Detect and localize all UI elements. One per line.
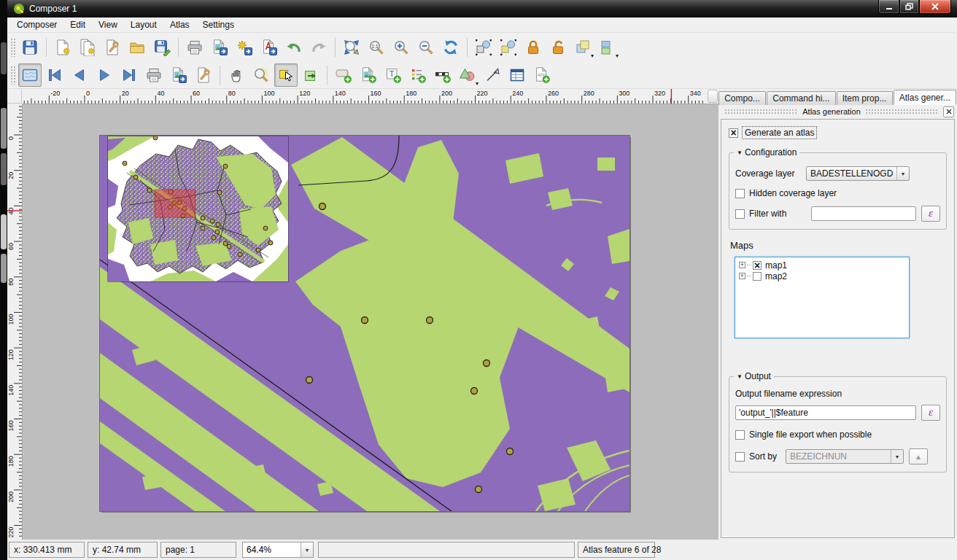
toolbar-drag-handle[interactable]: [10, 38, 15, 57]
last-feature-button[interactable]: [117, 63, 141, 87]
add-html-frame-button[interactable]: [530, 63, 554, 87]
first-feature-button[interactable]: [43, 63, 66, 87]
export-as-svg-button[interactable]: [233, 36, 256, 59]
zoom-out-icon: [417, 39, 435, 56]
redo-button[interactable]: [307, 36, 330, 59]
export-as-pdf-button[interactable]: [257, 36, 281, 59]
output-group-title[interactable]: ▼Output: [734, 371, 774, 381]
filter-with-checkbox[interactable]: [735, 209, 745, 219]
printer-icon: [186, 39, 204, 56]
close-button[interactable]: [919, 0, 951, 14]
toolbar-drag-handle[interactable]: [10, 66, 15, 85]
zoom-tool-button[interactable]: [249, 63, 273, 87]
load-from-template-button[interactable]: [125, 36, 149, 59]
align-items-button[interactable]: ▾: [596, 36, 619, 59]
menu-view[interactable]: View: [92, 18, 124, 31]
configuration-group: ▼Configuration Coverage layer BADESTELLE…: [729, 152, 947, 230]
add-image-icon: [360, 66, 377, 84]
add-image-button[interactable]: [357, 63, 380, 87]
atlas-settings-button[interactable]: [192, 63, 215, 87]
titlebar[interactable]: Composer 1: [7, 0, 957, 18]
overview-map-item[interactable]: [108, 136, 288, 281]
select-all-items-button[interactable]: [472, 36, 495, 59]
previous-feature-button[interactable]: [68, 63, 91, 87]
menu-layout[interactable]: Layout: [124, 18, 163, 31]
refresh-view-button[interactable]: [439, 36, 462, 59]
pan-button[interactable]: [225, 63, 248, 87]
deselect-all-items-button[interactable]: [497, 36, 520, 59]
sort-column-select[interactable]: BEZEICHNUN ▼: [786, 449, 904, 464]
add-new-legend-button[interactable]: [406, 63, 430, 87]
add-arrow-button[interactable]: [481, 63, 504, 87]
save-as-template-button[interactable]: [150, 36, 174, 59]
atlas-generation-panel: × Generate an atlas ▼Configuration Cover…: [721, 119, 955, 538]
svg-text:0: 0: [7, 136, 15, 140]
menu-atlas[interactable]: Atlas: [163, 18, 196, 31]
filename-expression-button[interactable]: ε: [921, 405, 940, 421]
undo-button[interactable]: [282, 36, 306, 59]
restore-button[interactable]: [899, 0, 919, 14]
export-atlas-as-image-button[interactable]: [167, 63, 190, 87]
composer-canvas[interactable]: [22, 104, 718, 540]
close-icon: [946, 109, 952, 114]
cursor-x-readout: x: 330.413 mm: [9, 542, 85, 558]
maps-list-item-map2[interactable]: +map2: [737, 271, 907, 281]
dock-header[interactable]: Atlas generation: [720, 105, 956, 118]
map2-checkbox[interactable]: [753, 272, 762, 281]
hand-icon: [228, 66, 245, 84]
add-new-scalebar-button[interactable]: [431, 63, 454, 87]
zoom-full-button[interactable]: [340, 36, 363, 59]
expand-icon[interactable]: +: [739, 262, 745, 268]
tab-compo[interactable]: Compo...: [718, 91, 766, 105]
maps-list[interactable]: +×map1+map2: [735, 257, 910, 338]
duplicate-composer-button[interactable]: [76, 36, 99, 59]
close-panel-button[interactable]: [943, 106, 954, 117]
toolbar-separator: [467, 38, 468, 57]
ruler-corner-button[interactable]: [708, 90, 718, 103]
add-basic-shape-button[interactable]: ▾: [456, 63, 479, 87]
sort-direction-button[interactable]: ▲: [909, 448, 928, 464]
new-composer-button[interactable]: [51, 36, 74, 59]
zoom-out-button[interactable]: [414, 36, 438, 59]
preview-atlas-button[interactable]: [18, 63, 42, 87]
single-file-checkbox[interactable]: [735, 430, 745, 440]
select-move-item-button[interactable]: [274, 63, 298, 87]
next-feature-button[interactable]: [93, 63, 116, 87]
print-button[interactable]: [183, 36, 206, 59]
zoom-actual-size-button[interactable]: [365, 36, 388, 59]
filter-expression-input[interactable]: [811, 206, 916, 221]
move-item-content-button[interactable]: [299, 63, 322, 87]
print-atlas-button[interactable]: [142, 63, 166, 87]
coverage-layer-select[interactable]: BADESTELLENOGD ▼: [806, 166, 910, 181]
menu-composer[interactable]: Composer: [10, 18, 63, 31]
svg-text:220: 220: [7, 527, 15, 538]
add-attribute-table-button[interactable]: [505, 63, 529, 87]
menu-settings[interactable]: Settings: [196, 18, 241, 31]
hidden-coverage-checkbox[interactable]: [735, 189, 745, 198]
lock-selected-items-button[interactable]: [522, 36, 545, 59]
composer-manager-button[interactable]: [101, 36, 124, 59]
generate-atlas-checkbox[interactable]: ×: [729, 128, 738, 138]
filter-expression-button[interactable]: ε: [921, 206, 940, 222]
tab-command-hi[interactable]: Command hi...: [767, 91, 835, 105]
output-group: ▼Output Output filename expression ε Sin…: [729, 376, 947, 472]
zoom-level-select[interactable]: 64.4% ▼: [242, 542, 314, 558]
tab-atlas-gener[interactable]: Atlas gener...: [894, 90, 956, 105]
menu-edit[interactable]: Edit: [63, 18, 92, 31]
map1-checkbox[interactable]: ×: [753, 261, 762, 270]
composition-page[interactable]: [100, 136, 629, 511]
maps-list-item-map1[interactable]: +×map1: [737, 260, 907, 271]
expand-icon[interactable]: +: [739, 273, 745, 279]
add-new-label-button[interactable]: [381, 63, 405, 87]
configuration-group-title[interactable]: ▼Configuration: [734, 147, 799, 158]
tab-item-prop[interactable]: Item prop...: [837, 91, 893, 105]
output-filename-input[interactable]: [735, 405, 916, 420]
zoom-in-button[interactable]: [390, 36, 413, 59]
minimize-button[interactable]: [878, 0, 899, 14]
sort-by-checkbox[interactable]: [735, 452, 745, 462]
add-new-map-button[interactable]: [332, 63, 355, 87]
unlock-all-items-button[interactable]: [546, 36, 570, 59]
raise-selected-items-button[interactable]: ▾: [571, 36, 594, 59]
save-project-button[interactable]: [18, 36, 42, 59]
export-as-image-button[interactable]: [208, 36, 231, 59]
